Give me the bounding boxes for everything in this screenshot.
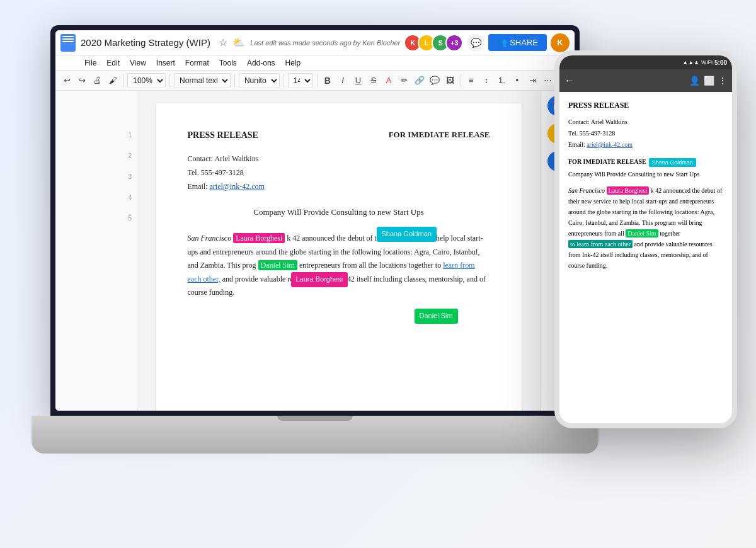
- italic-button[interactable]: I: [336, 73, 349, 88]
- status-icons: ▲▲▲ WiFi 5:00: [682, 59, 727, 66]
- document-title: 2020 Marketing Strategy (WIP): [81, 37, 214, 48]
- contact-tel: Tel. 555-497-3128: [188, 166, 490, 180]
- cursor-label-laura: Laura Borghesi: [291, 272, 348, 287]
- gdocs-logo: [60, 34, 76, 52]
- phone-body3: together: [660, 230, 680, 237]
- avatar-group: K L S +3: [404, 34, 463, 52]
- paint-format-button[interactable]: 🖌: [106, 73, 119, 88]
- user-avatar[interactable]: K: [551, 33, 570, 52]
- laptop-base: [32, 416, 598, 454]
- avatar: +3: [445, 34, 463, 52]
- star-icon[interactable]: ☆: [219, 37, 227, 49]
- contact-email: Email: ariel@ink-42.com: [188, 180, 490, 194]
- document-paper: Shana Goldman Laura Borghesi Daniel Sim: [156, 103, 522, 411]
- subtitle-text: Company Will Provide Consulting to new S…: [253, 207, 423, 217]
- daniel-highlight: Daniel Sim: [258, 260, 297, 270]
- phone-contact-email: Email: ariel@ink-42.com: [568, 139, 723, 151]
- press-header: PRESS RELEASE FOR IMEDIATE RELEASE: [188, 128, 490, 142]
- menu-edit[interactable]: Edit: [103, 57, 123, 69]
- laura-highlight: Laura Borghesi: [233, 233, 285, 243]
- share-icon: 👥: [497, 38, 507, 47]
- strikethrough-button[interactable]: S: [367, 73, 380, 88]
- comment-button[interactable]: 💬: [428, 73, 441, 88]
- document-area: 12345 Shana Goldman: [55, 91, 575, 411]
- zoom-select[interactable]: 100%: [127, 73, 166, 88]
- link-button[interactable]: 🔗: [413, 73, 426, 88]
- subtitle-row: Company Will Provide Consulting to new S…: [188, 206, 490, 219]
- doc-ruler: 12345: [55, 91, 137, 411]
- share-button[interactable]: 👥 SHARE: [488, 34, 547, 51]
- highlight-button[interactable]: ✏: [398, 73, 410, 88]
- toolbar-divider: [461, 74, 461, 87]
- cursor-label-shana: Shana Goldman: [377, 227, 437, 242]
- menu-view[interactable]: View: [126, 57, 150, 69]
- for-release-label: FOR IMEDIATE RELEASE: [389, 128, 490, 142]
- phone-for-release: FOR IMEDIATE RELEASE: [568, 158, 646, 165]
- last-edit-text: Last edit was made seconds ago by Ken Bl…: [250, 39, 400, 47]
- phone-device: ▲▲▲ WiFi 5:00 ← 👤 ⬜ ⋮ PRESS RE: [554, 50, 737, 428]
- image-button[interactable]: 🖼: [444, 73, 456, 88]
- menu-help[interactable]: Help: [282, 57, 305, 69]
- phone-contacts-icon[interactable]: 👤: [689, 76, 700, 86]
- indent-button[interactable]: ⇥: [526, 73, 539, 88]
- phone-laura-highlight: Laura Borghesi: [607, 186, 650, 195]
- cloud-drive-icon: ⛅: [232, 37, 245, 49]
- back-button[interactable]: ←: [564, 75, 575, 86]
- phone-body-city: San Francisco: [568, 187, 605, 194]
- underline-button[interactable]: U: [352, 73, 364, 88]
- phone-learn-highlight: to learn from each other: [568, 240, 633, 248]
- menu-bar: File Edit View Insert Format Tools Add-o…: [55, 55, 575, 71]
- doc-paper: Shana Goldman Laura Borghesi Daniel Sim: [137, 91, 540, 411]
- phone-daniel-highlight: Daniel Sim: [626, 229, 658, 237]
- phone-press-title: PRESS RELEASE: [568, 101, 723, 110]
- phone-body-text: San Francisco Laura Borghesi k 42 announ…: [568, 185, 723, 271]
- comments-icon[interactable]: 💬: [467, 34, 484, 52]
- more-button[interactable]: ⋯: [541, 73, 554, 88]
- align-button[interactable]: ≡: [465, 73, 478, 88]
- phone-content: PRESS RELEASE Contact: Ariel Waltkins Te…: [559, 92, 732, 423]
- toolbar-divider: [169, 74, 170, 87]
- phone-screen-icon[interactable]: ⬜: [704, 76, 714, 86]
- phone-release-row: FOR IMEDIATE RELEASE Shana Goldman: [568, 158, 723, 167]
- menu-format[interactable]: Format: [181, 57, 213, 69]
- line-spacing-button[interactable]: ↕: [480, 73, 493, 88]
- phone-more-icon[interactable]: ⋮: [718, 76, 727, 86]
- phone-shana-badge: Shana Goldman: [649, 158, 696, 167]
- header-right: Last edit was made seconds ago by Ken Bl…: [250, 33, 570, 52]
- font-select[interactable]: Nunito: [239, 73, 280, 88]
- phone-toolbar-actions: 👤 ⬜ ⋮: [689, 76, 727, 86]
- undo-button[interactable]: ↩: [60, 73, 73, 88]
- phone-status-bar: ▲▲▲ WiFi 5:00: [559, 55, 732, 69]
- email-link[interactable]: ariel@ink-42.com: [210, 182, 265, 191]
- phone-toolbar: ← 👤 ⬜ ⋮: [559, 69, 732, 92]
- menu-file[interactable]: File: [81, 57, 100, 69]
- toolbar-divider: [123, 74, 123, 87]
- phone-subtitle: Company Will Provide Consulting to new S…: [568, 171, 723, 178]
- numbered-list-button[interactable]: 1.: [495, 73, 508, 88]
- redo-button[interactable]: ↪: [76, 73, 88, 88]
- menu-tools[interactable]: Tools: [215, 57, 241, 69]
- status-time: 5:00: [714, 59, 727, 66]
- phone-contact-name: Contact: Ariel Waltkins: [568, 117, 723, 128]
- contact-name: Contact: Ariel Waltkins: [188, 152, 490, 166]
- body-text-3: entrepreneurs from all the locations tog…: [299, 261, 443, 270]
- toolbar-divider: [234, 74, 235, 87]
- phone-email-link[interactable]: ariel@ink-42.com: [587, 141, 633, 148]
- phone-contact-info: Contact: Ariel Waltkins Tel. 555-497-312…: [568, 117, 723, 151]
- body-city: San Francisco: [188, 234, 232, 243]
- cursor-label-daniel: Daniel Sim: [415, 309, 458, 324]
- menu-insert[interactable]: Insert: [152, 57, 179, 69]
- formatting-toolbar: ↩ ↪ 🖨 🖌 100% Normal text Nunito: [55, 71, 575, 91]
- text-color-button[interactable]: A: [382, 73, 395, 88]
- body-text: San Francisco Laura Borghesi k 42 announ…: [188, 232, 490, 300]
- toolbar-divider: [284, 74, 284, 87]
- font-size-select[interactable]: 14: [288, 73, 313, 88]
- paragraph-style-select[interactable]: Normal text: [174, 73, 231, 88]
- phone-contact-tel: Tel. 555-497-3128: [568, 128, 723, 139]
- menu-addons[interactable]: Add-ons: [243, 57, 279, 69]
- print-button[interactable]: 🖨: [91, 73, 104, 88]
- bullet-list-button[interactable]: •: [511, 73, 524, 88]
- bold-button[interactable]: B: [321, 73, 334, 88]
- toolbar-divider: [317, 74, 318, 87]
- body-paragraph: San Francisco Laura Borghesi k 42 announ…: [188, 232, 490, 300]
